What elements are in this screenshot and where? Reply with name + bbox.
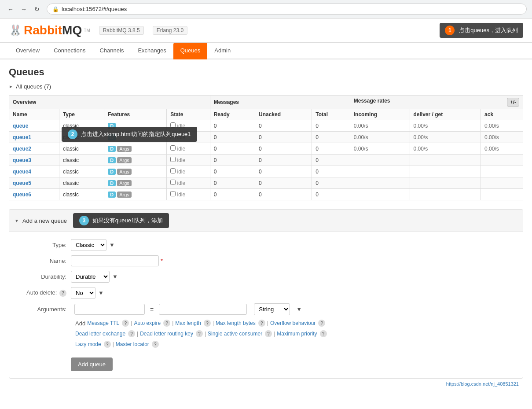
content: Queues ► All queues (7) Overview Message…: [0, 59, 532, 396]
state-checkbox[interactable]: [170, 180, 176, 185]
type-arrow: ▼: [109, 242, 115, 248]
name-input[interactable]: [71, 255, 159, 266]
all-queues-header[interactable]: ► All queues (7): [9, 83, 523, 90]
queue-name-link[interactable]: queue3: [13, 157, 31, 163]
arg-link-message-ttl[interactable]: Message TTL: [87, 320, 119, 326]
col-group-messages: Messages: [210, 96, 350, 109]
td-type: classic: [59, 155, 104, 166]
dead-letter-exchange-help[interactable]: ?: [128, 330, 135, 337]
td-unacked: 0: [255, 143, 312, 155]
arg-value-input[interactable]: [159, 304, 247, 315]
td-deliver-get: [410, 177, 481, 189]
td-ready: 0: [210, 132, 255, 143]
queue-name-link[interactable]: queue: [13, 123, 28, 129]
max-length-help[interactable]: ?: [204, 320, 211, 327]
td-total: 0: [312, 120, 350, 132]
add-queue-section: ▼ Add a new queue 3 如果没有queue1队列，添加 Type…: [9, 209, 523, 379]
type-select[interactable]: Classic Quorum: [71, 239, 106, 251]
nav-overview[interactable]: Overview: [9, 43, 47, 59]
forward-button[interactable]: →: [18, 4, 29, 15]
arg-type-select[interactable]: String Boolean Number List: [254, 303, 290, 315]
auto-delete-arrow: ▼: [98, 290, 104, 296]
arg-link-lazy-mode[interactable]: Lazy mode: [75, 341, 101, 347]
arg-key-input[interactable]: [74, 304, 145, 315]
equals-sign: =: [148, 306, 155, 313]
feature-badge-d: D: [108, 157, 116, 163]
arg-link-dead-letter-routing-key[interactable]: Dead letter routing key: [140, 331, 193, 337]
arg-link-maximum-priority[interactable]: Maximum priority: [277, 331, 317, 337]
td-state: idle: [167, 189, 210, 200]
table-row[interactable]: queue4classicDArgs idle000: [9, 166, 523, 177]
browser-nav: ← → ↻: [5, 4, 42, 15]
arg-link-overflow-behaviour[interactable]: Overflow behaviour: [270, 320, 316, 326]
td-deliver-get: [410, 166, 481, 177]
nav-channels[interactable]: Channels: [92, 43, 131, 59]
back-button[interactable]: ←: [5, 4, 16, 15]
feature-badge-d: D: [108, 180, 116, 186]
rabbit-icon: 🐰: [9, 24, 22, 37]
version-badge: RabbitMQ 3.8.5: [99, 26, 144, 35]
reload-button[interactable]: ↻: [32, 4, 42, 15]
overflow-behaviour-help[interactable]: ?: [318, 320, 325, 327]
plus-minus-button[interactable]: +/-: [507, 98, 519, 107]
nav-exchanges[interactable]: Exchanges: [131, 43, 173, 59]
queues-table: Overview Messages Message rates +/- Name…: [9, 95, 523, 200]
arg-link-max-length-bytes[interactable]: Max length bytes: [216, 320, 256, 326]
td-state: idle: [167, 177, 210, 189]
single-active-consumer-help[interactable]: ?: [265, 330, 272, 337]
state-checkbox[interactable]: [170, 157, 176, 162]
table-row[interactable]: queue2classicDArgs idle0000.00/s0.00/s0.…: [9, 143, 523, 155]
lazy-mode-help[interactable]: ?: [104, 341, 111, 348]
message-ttl-help[interactable]: ?: [122, 320, 129, 327]
maximum-priority-help[interactable]: ?: [320, 330, 327, 337]
table-row[interactable]: queue6classicDArgs idle000: [9, 189, 523, 200]
feature-badge-d: D: [108, 169, 116, 175]
table-row[interactable]: queue3classicDArgs idle000: [9, 155, 523, 166]
main-nav: Overview Connections Channels Exchanges …: [0, 43, 532, 59]
annotation-badge-2: 2: [68, 129, 77, 139]
queue-name-link[interactable]: queue2: [13, 146, 31, 152]
max-length-bytes-help[interactable]: ?: [258, 320, 265, 327]
durability-select[interactable]: Durable Transient: [71, 271, 110, 283]
nav-queues[interactable]: Queues: [173, 43, 208, 59]
footer-link-text: https://blog.csdn.net/nj_40851321: [446, 381, 519, 387]
auto-expire-help[interactable]: ?: [163, 320, 170, 327]
arg-link-dead-letter-exchange[interactable]: Dead letter exchange: [75, 331, 125, 337]
nav-connections[interactable]: Connections: [47, 43, 92, 59]
td-type: classic: [59, 143, 104, 155]
dead-letter-routing-key-help[interactable]: ?: [196, 330, 203, 337]
arg-link-single-active-consumer[interactable]: Single active consumer: [208, 331, 262, 337]
td-incoming: [350, 155, 410, 166]
triangle-icon: ►: [9, 84, 13, 89]
td-features: DArgs: [104, 177, 167, 189]
queue-name-link[interactable]: queue5: [13, 180, 31, 186]
queue-name-link[interactable]: queue1: [13, 134, 31, 140]
nav-admin[interactable]: Admin: [207, 43, 238, 59]
arg-link-auto-expire[interactable]: Auto expire: [134, 320, 161, 326]
master-locator-help[interactable]: ?: [152, 341, 159, 348]
th-ack: ack: [481, 109, 523, 120]
queue-name-link[interactable]: queue6: [13, 192, 31, 198]
td-ready: 0: [210, 166, 255, 177]
add-queue-button[interactable]: Add queue: [71, 357, 113, 371]
td-type: classic: [59, 177, 104, 189]
auto-delete-help[interactable]: ?: [59, 290, 66, 297]
td-ack: [481, 155, 523, 166]
table-row[interactable]: queue5classicDArgs idle000: [9, 177, 523, 189]
state-checkbox[interactable]: [170, 168, 176, 173]
arguments-row: Arguments: = String Boolean Number List …: [18, 303, 514, 315]
feature-badge-d: D: [108, 192, 116, 198]
td-name: queue5: [9, 177, 59, 189]
address-bar[interactable]: 🔒 localhost:15672/#/queues: [47, 4, 527, 15]
td-name: queue2: [9, 143, 59, 155]
state-checkbox[interactable]: [170, 145, 176, 151]
td-state: idle: [167, 143, 210, 155]
feature-badge-args: Args: [117, 146, 132, 152]
auto-delete-select[interactable]: No Yes: [71, 287, 95, 299]
arg-link-max-length[interactable]: Max length: [175, 320, 201, 326]
arg-link-master-locator[interactable]: Master locator: [116, 341, 149, 347]
annotation-2-tooltip: 2 点击进入stomp.html访问的指定队列queue1: [62, 127, 197, 142]
add-queue-header[interactable]: ▼ Add a new queue 3 如果没有queue1队列，添加: [9, 210, 523, 232]
queue-name-link[interactable]: queue4: [13, 169, 31, 175]
state-checkbox[interactable]: [170, 191, 176, 196]
